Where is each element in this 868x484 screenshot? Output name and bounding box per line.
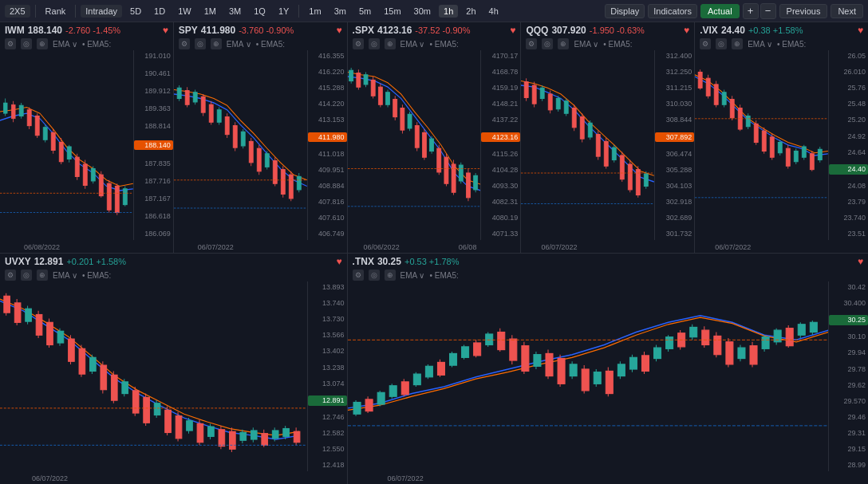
actual-button[interactable]: Actual [700,4,740,18]
tf-5d[interactable]: 5D [125,5,146,18]
spy-eye-icon[interactable]: ◎ [195,38,206,49]
vix-alert-icon[interactable]: ⊕ [732,38,743,49]
svg-rect-297 [738,348,745,358]
next-button[interactable]: Next [831,4,863,18]
qqq-watchlist[interactable]: ♥ [684,25,689,36]
vix-settings-icon[interactable]: ⚙ [700,38,711,49]
svg-rect-199 [132,391,139,413]
spy-chart-body: 416.355 416.220 415.288 414.220 413.153 … [174,50,347,240]
svg-rect-101 [466,173,470,198]
spy-settings-icon[interactable]: ⚙ [179,38,190,49]
svg-rect-125 [597,135,601,157]
svg-rect-113 [549,94,553,110]
tf-intraday[interactable]: Intraday [81,5,122,18]
svg-rect-255 [485,334,492,344]
spx-watchlist[interactable]: ♥ [510,25,515,36]
rank-selector[interactable]: Rank [41,5,71,18]
vix-eye-icon[interactable]: ◎ [716,38,727,49]
separator-2 [75,5,76,18]
qqq-ema-label: EMA ∨ [574,40,598,49]
uvxy-alert-icon[interactable]: ⊕ [37,270,48,281]
vix-watchlist[interactable]: ♥ [858,25,863,36]
iwm-p1: 191.010 [134,52,173,61]
spx-p2: 4168.78 [481,68,520,77]
svg-rect-293 [713,336,720,354]
tf-1q[interactable]: 1Q [249,5,270,18]
svg-rect-29 [115,187,119,213]
iwm-settings-icon[interactable]: ⚙ [5,38,16,49]
qqq-eye-icon[interactable]: ◎ [542,38,553,49]
qqq-p2: 312.250 [655,68,694,77]
tf-1d[interactable]: 1D [149,5,170,18]
interval-15m[interactable]: 15m [379,5,405,18]
spy-price-labels: 416.355 416.220 415.288 414.220 413.153 … [307,50,347,240]
spy-current-price: 411.980 [308,132,347,143]
svg-rect-165 [794,151,798,162]
tnx-alert-icon[interactable]: ⊕ [385,270,396,281]
tnx-eye-icon[interactable]: ◎ [369,270,380,281]
display-button[interactable]: Display [605,4,645,18]
svg-rect-261 [521,346,528,372]
iwm-watchlist[interactable]: ♥ [163,25,168,36]
vix-ema5-label: • EMA5: [777,40,806,49]
uvxy-eye-icon[interactable]: ◎ [21,270,32,281]
tf-3m[interactable]: 3M [224,5,246,18]
spy-p8: 408.884 [308,182,347,191]
interval-1m[interactable]: 1m [304,5,326,18]
qqq-alert-icon[interactable]: ⊕ [558,38,569,49]
svg-rect-41 [201,96,205,112]
spy-change: -3.760 -0.90% [239,26,294,35]
tnx-watchlist[interactable]: ♥ [858,256,863,267]
svg-rect-115 [557,99,561,109]
spy-candles [174,50,307,226]
svg-rect-289 [689,327,696,336]
tnx-ticker: .TNX [353,256,374,267]
qqq-p9: 302.918 [655,198,694,207]
tf-1m[interactable]: 1M [199,5,221,18]
spx-alert-icon[interactable]: ⊕ [385,38,396,49]
svg-rect-91 [429,139,433,151]
uvxy-candles [0,281,307,457]
tf-1w[interactable]: 1W [173,5,196,18]
iwm-eye-icon[interactable]: ◎ [21,38,32,49]
svg-rect-133 [629,164,633,190]
iwm-alert-icon[interactable]: ⊕ [37,38,48,49]
zoom-in-button[interactable]: + [743,3,759,19]
spy-alert-icon[interactable]: ⊕ [211,38,222,49]
tnx-p1: 30.42 [829,283,868,292]
spx-eye-icon[interactable]: ◎ [369,38,380,49]
svg-rect-89 [422,132,426,157]
interval-2h[interactable]: 2h [461,5,480,18]
uvxy-watchlist[interactable]: ♥ [336,256,341,267]
vix-p9: 23.79 [829,198,868,207]
interval-3m[interactable]: 3m [329,5,351,18]
chart-tnx-header: .TNX 30.25 +0.53 +1.78% ♥ [348,254,868,269]
svg-rect-57 [265,154,269,167]
spx-candles [348,50,481,226]
spy-watchlist[interactable]: ♥ [336,25,341,36]
previous-button[interactable]: Previous [779,4,828,18]
vix-ticker: .VIX [700,25,718,36]
spy-toolbar: ⚙ ◎ ⊕ EMA ∨ • EMA5: [174,37,347,50]
chart-vix: .VIX 24.40 +0.38 +1.58% ♥ ⚙ ◎ ⊕ EMA ∨ • … [695,22,868,253]
interval-30m[interactable]: 30m [409,5,436,18]
svg-rect-121 [581,117,585,140]
svg-rect-53 [249,141,253,162]
tnx-settings-icon[interactable]: ⚙ [353,270,364,281]
tf-1y[interactable]: 1Y [274,5,294,18]
svg-rect-295 [725,342,732,364]
layout-selector[interactable]: 2X5 [5,5,30,18]
spx-p8: 4093.30 [481,182,520,191]
tnx-p4: 29.94 [829,348,868,357]
zoom-out-button[interactable]: − [760,3,776,19]
indicators-button[interactable]: Indicators [648,4,697,18]
interval-1h[interactable]: 1h [439,5,458,18]
interval-4h[interactable]: 4h [484,5,503,18]
svg-rect-81 [393,100,397,117]
svg-rect-205 [165,410,172,432]
qqq-settings-icon[interactable]: ⚙ [526,38,537,49]
uvxy-settings-icon[interactable]: ⚙ [5,270,16,281]
qqq-candles [521,50,654,226]
interval-5m[interactable]: 5m [354,5,376,18]
spx-settings-icon[interactable]: ⚙ [353,38,364,49]
